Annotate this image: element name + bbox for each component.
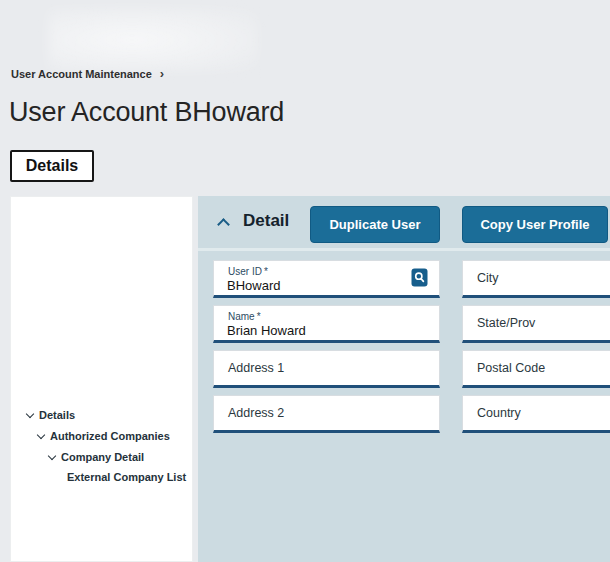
tree-item-details[interactable]: Details <box>27 409 75 421</box>
required-mark: * <box>264 266 268 277</box>
detail-panel-header: Detail Duplicate User Copy User Profile <box>198 196 610 248</box>
search-icon[interactable] <box>411 268 428 287</box>
country-field[interactable]: Country <box>462 395 610 433</box>
field-label: Address 2 <box>214 406 284 420</box>
field-label: Name* <box>228 311 261 322</box>
postal-code-field[interactable]: Postal Code <box>462 350 610 388</box>
page-title: User Account BHoward <box>9 97 284 128</box>
field-label: Country <box>463 406 521 420</box>
field-label: Postal Code <box>463 361 545 375</box>
field-value: Brian Howard <box>227 323 306 338</box>
chevron-up-icon[interactable] <box>217 218 230 231</box>
tree-item-company-detail[interactable]: Company Detail <box>49 451 144 463</box>
required-mark: * <box>257 311 261 322</box>
user-id-field[interactable]: User ID* BHoward <box>213 260 440 298</box>
detail-panel: Detail Duplicate User Copy User Profile … <box>198 196 610 562</box>
breadcrumb-chevron-icon: › <box>160 67 164 80</box>
blurred-logo-area <box>48 8 258 72</box>
header-divider <box>198 248 610 251</box>
field-label: State/Prov <box>463 316 535 330</box>
name-field[interactable]: Name* Brian Howard <box>213 305 440 343</box>
copy-user-profile-button[interactable]: Copy User Profile <box>462 206 608 243</box>
field-label: User ID* <box>228 266 268 277</box>
chevron-down-icon <box>26 409 34 417</box>
state-prov-field[interactable]: State/Prov <box>462 305 610 343</box>
chevron-down-icon <box>37 430 45 438</box>
breadcrumb-link[interactable]: User Account Maintenance <box>11 68 152 80</box>
field-value: BHoward <box>227 278 280 293</box>
tree-item-label: External Company List <box>67 471 186 483</box>
chevron-down-icon <box>48 451 56 459</box>
tree-item-external-company-list[interactable]: External Company List <box>67 471 186 483</box>
navigation-tree-panel: Details Authorized Companies Company Det… <box>10 196 193 562</box>
address-1-field[interactable]: Address 1 <box>213 350 440 388</box>
breadcrumb: User Account Maintenance › <box>11 67 164 80</box>
tree-item-label: Authorized Companies <box>50 430 170 442</box>
tab-details[interactable]: Details <box>10 150 94 182</box>
field-label: Address 1 <box>214 361 284 375</box>
address-2-field[interactable]: Address 2 <box>213 395 440 433</box>
tree-item-authorized-companies[interactable]: Authorized Companies <box>38 430 170 442</box>
tree-item-label: Company Detail <box>61 451 144 463</box>
duplicate-user-button[interactable]: Duplicate User <box>310 206 440 243</box>
tree-item-label: Details <box>39 409 75 421</box>
city-field[interactable]: City <box>462 260 610 298</box>
field-label: City <box>463 271 499 285</box>
detail-section-title: Detail <box>243 211 289 231</box>
